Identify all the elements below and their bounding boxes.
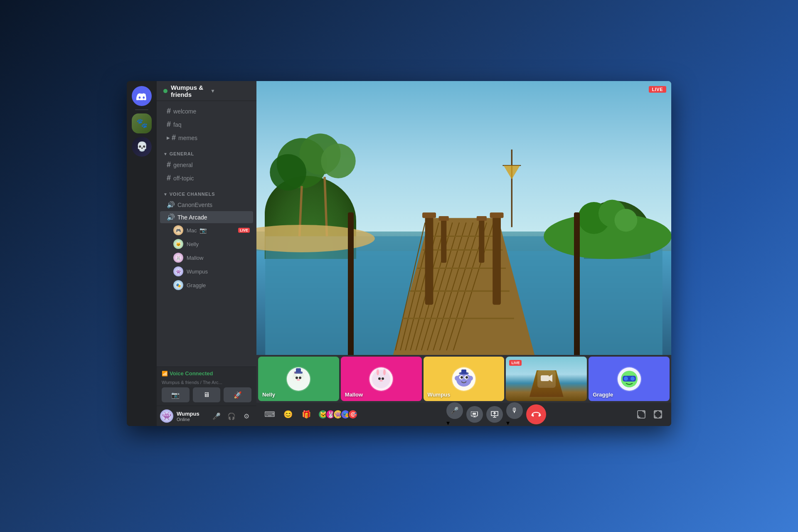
noise-caret-icon[interactable]: ▾ [506, 419, 523, 426]
avatar-5: 🎯 [348, 409, 358, 419]
category-label: GENERAL [170, 151, 194, 156]
expand-button[interactable] [635, 408, 648, 421]
channel-general[interactable]: # general [160, 158, 253, 171]
noise-cancel-wrapper: 🎙 ▾ [506, 402, 523, 426]
channel-off-topic[interactable]: # off-topic [160, 172, 253, 185]
caret-icon: ▼ [163, 152, 168, 156]
server-status-dot [163, 89, 167, 93]
svg-point-66 [461, 376, 463, 379]
voice-channel-canonevents[interactable]: 🔊 CanonEvents [160, 199, 253, 211]
member-name-mallow: Mallow [187, 255, 203, 261]
controls-left: ⌨ 😊 🎁 🐱 🐰 👾 🎭 🎯 [263, 408, 358, 421]
server-name-bar[interactable]: Wumpus & friends ▼ [157, 81, 256, 101]
user-avatar: 👾 [160, 409, 173, 423]
share-screen-alt-button[interactable] [486, 406, 503, 423]
voice-connected-label: Voice Connected [170, 370, 213, 377]
participant-avatar-nelly [286, 367, 311, 392]
participant-card-mac[interactable]: LIVE [506, 357, 587, 401]
gift-button[interactable]: 🎁 [300, 408, 313, 421]
category-voice-channels[interactable]: ▼ VOICE CHANNELS [157, 185, 256, 198]
participant-card-mallow[interactable]: Mallow [341, 357, 422, 401]
user-status: Online [177, 417, 207, 422]
end-call-button[interactable] [526, 404, 546, 424]
svg-point-63 [468, 376, 473, 381]
keyboard-button[interactable]: ⌨ [263, 408, 276, 421]
channel-name: The Arcade [177, 214, 207, 221]
game-scene [256, 81, 671, 355]
channel-list: # welcome # faq ▶ # memes ▼ GENERAL # ge… [157, 101, 256, 367]
user-headset-button[interactable]: 🎧 [225, 409, 238, 423]
server-icon-gaming[interactable]: 💀 [132, 137, 152, 157]
category-label: VOICE CHANNELS [170, 192, 215, 197]
server-icon-wumpus[interactable]: 🐾 [132, 113, 152, 133]
live-indicator: LIVE [649, 86, 666, 93]
member-name-mac: Mac [187, 227, 197, 234]
category-general[interactable]: ▼ GENERAL [157, 145, 256, 158]
svg-point-52 [372, 370, 390, 388]
member-name-graggle: Graggle [187, 282, 206, 288]
server-name: Wumpus & friends [171, 84, 210, 98]
mute-caret-icon[interactable]: ▾ [446, 419, 463, 426]
participant-card-nelly[interactable]: Nelly [258, 357, 339, 401]
fullscreen-button[interactable] [651, 408, 665, 421]
screen-share-button[interactable] [466, 406, 483, 423]
svg-marker-71 [549, 374, 552, 382]
camera-toggle-button[interactable]: 📷 [162, 387, 190, 402]
activity-button[interactable]: 🚀 [224, 387, 251, 402]
voice-member-mallow[interactable]: 🐰 Mallow [160, 251, 253, 264]
svg-point-56 [383, 369, 386, 375]
participant-name-mallow: Mallow [345, 392, 363, 398]
live-badge-mac: LIVE [238, 228, 250, 233]
voice-status: 📶 Voice Connected [162, 370, 251, 377]
voice-status-indicator: 📶 Voice Connected [162, 370, 213, 377]
svg-point-58 [382, 377, 384, 380]
svg-point-67 [466, 376, 468, 379]
screen-share-button[interactable]: 🖥 [193, 387, 221, 402]
svg-rect-79 [473, 413, 476, 415]
svg-point-59 [379, 380, 383, 382]
voice-member-mac[interactable]: 🎮 Mac 📷 LIVE [160, 224, 253, 237]
svg-rect-49 [296, 368, 301, 372]
mute-wrapper: 🎤 ▾ [446, 402, 463, 426]
participant-avatar-mallow [369, 367, 394, 392]
participant-name-graggle: Graggle [593, 392, 613, 398]
svg-point-62 [455, 376, 460, 381]
voice-channel-the-arcade[interactable]: 🔊 The Arcade [160, 211, 253, 223]
server-rail: 🐾 💀 [127, 81, 157, 426]
caret-icon: ▼ [163, 192, 168, 197]
voice-member-graggle[interactable]: 🎭 Graggle [160, 278, 253, 292]
user-settings-button[interactable]: ⚙ [240, 409, 253, 423]
svg-point-57 [378, 377, 381, 380]
channel-name: off-topic [173, 175, 194, 182]
post-left-close [348, 212, 354, 355]
svg-point-46 [299, 377, 301, 379]
controls-right [635, 408, 665, 421]
main-video [256, 81, 671, 355]
hash-icon: # [172, 133, 176, 142]
voice-member-wumpus[interactable]: 👾 Wumpus [160, 265, 253, 278]
server-icon-home[interactable] [132, 86, 152, 106]
mac-live-badge: LIVE [509, 360, 522, 366]
svg-point-76 [631, 377, 635, 381]
noise-cancel-button[interactable]: 🎙 [506, 402, 523, 419]
channel-memes[interactable]: ▶ # memes [160, 131, 253, 144]
server-dropdown-chevron: ▼ [210, 88, 250, 94]
member-name-wumpus: Wumpus [187, 268, 208, 275]
member-avatar-mac: 🎮 [173, 225, 183, 235]
user-mic-button[interactable]: 🎤 [210, 409, 223, 423]
user-panel: 👾 Wumpus Online 🎤 🎧 ⚙ [157, 406, 256, 426]
participant-strip: Nelly [256, 355, 671, 403]
voice-member-nelly[interactable]: 🐱 Nelly [160, 237, 253, 251]
channel-faq[interactable]: # faq [160, 118, 253, 131]
participant-card-graggle[interactable]: Graggle [589, 357, 670, 401]
participant-avatar-wumpus [451, 367, 476, 392]
channel-welcome[interactable]: # welcome [160, 105, 253, 118]
signal-bars-icon: 📶 [162, 371, 168, 377]
video-area[interactable]: LIVE [256, 81, 671, 355]
mute-button[interactable]: 🎤 [446, 402, 463, 419]
emoji-button[interactable]: 😊 [281, 408, 295, 421]
svg-point-75 [624, 377, 628, 381]
hash-icon: # [167, 174, 171, 182]
speaker-icon: 🔊 [167, 213, 175, 221]
participant-card-wumpus[interactable]: Wumpus [424, 357, 505, 401]
